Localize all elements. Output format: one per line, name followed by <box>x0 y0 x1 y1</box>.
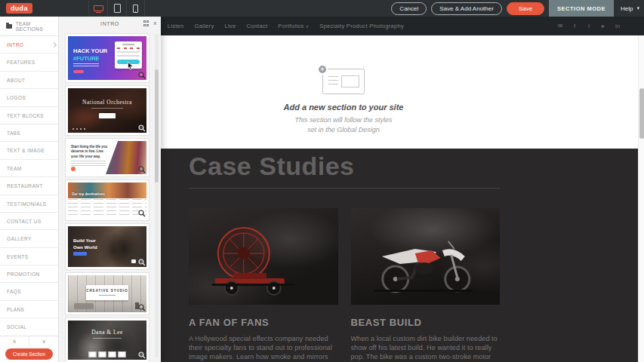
plus-icon: + <box>317 64 328 75</box>
topbar-actions: Cancel Save & Add Another Save SECTION M… <box>391 0 644 17</box>
save-button[interactable]: Save <box>507 2 544 15</box>
nav-item-live[interactable]: Live <box>224 23 236 29</box>
zoom-preview-icon[interactable] <box>138 72 146 79</box>
section-thumbnail-creative-studio[interactable]: CREATIVE STUDIO <box>65 272 149 315</box>
social-dots <box>72 128 74 130</box>
fan-machine-illustration <box>189 208 338 305</box>
sidebar-item-intro[interactable]: INTRO <box>0 36 58 54</box>
duda-logo[interactable]: duda <box>6 3 32 14</box>
sidebar-item-events[interactable]: EVENTS <box>0 248 58 265</box>
placeholder-text-lines <box>328 76 338 87</box>
zoom-preview-icon[interactable] <box>138 259 146 266</box>
sidebar-item-restaurant[interactable]: RESTAURANT <box>0 177 58 195</box>
mobile-icon <box>133 5 138 13</box>
email-icon[interactable]: ✉ <box>556 23 564 29</box>
site-social-icons: ✉ f t ▸ in <box>556 23 644 29</box>
sidebar-item-tabs[interactable]: TABS <box>0 124 58 142</box>
thumb-text-bars <box>71 161 106 167</box>
help-menu[interactable]: Help <box>621 5 633 12</box>
thumbnail-image: Start living the life you deserve to liv… <box>68 141 146 174</box>
panel-card-list: HACK YOUR#FUTURE <box>59 30 161 362</box>
section-thumbnail-start-living[interactable]: Start living the life you deserve to liv… <box>65 138 149 177</box>
desktop-icon <box>94 5 103 11</box>
sidebar-pager: ∧ ∨ <box>0 336 58 346</box>
nav-item-specialty[interactable]: Specialty Product Photography <box>319 23 404 29</box>
add-section-subtitle: This section will follow the styles set … <box>257 115 430 135</box>
tablet-icon <box>114 4 121 13</box>
thumb-text-bar <box>93 338 121 339</box>
section-thumbnail-hack-your-future[interactable]: HACK YOUR#FUTURE <box>65 33 149 83</box>
nav-item-contact[interactable]: Contact <box>246 23 267 29</box>
linkedin-icon[interactable]: in <box>614 23 621 29</box>
section-thumbnail-top-destinations[interactable]: Our top destinations <box>65 179 149 221</box>
nav-item-gallery[interactable]: Gallery <box>195 23 214 29</box>
nav-item-listen[interactable]: Listen <box>168 23 184 29</box>
facebook-icon[interactable]: f <box>571 23 578 29</box>
create-section-area: Create Section <box>0 346 58 362</box>
chat-icon <box>131 259 136 263</box>
sidebar-item-label: INTRO <box>7 42 23 48</box>
sidebar-item-text-blocks[interactable]: TEXT BLOCKS <box>0 107 58 124</box>
sidebar-item-gallery[interactable]: GALLERY <box>0 230 58 247</box>
nav-item-portfolios[interactable]: Portfolios∨ <box>278 23 309 29</box>
page-scrollbar[interactable] <box>638 35 644 362</box>
youtube-icon[interactable]: ▸ <box>599 23 607 29</box>
case-study-heading: BEAST BUILD <box>351 317 501 328</box>
sidebar-item-contact-us[interactable]: CONTACT US <box>0 213 58 230</box>
case-study-heading: A FAN OF FANS <box>189 317 338 328</box>
zoom-preview-icon[interactable] <box>138 124 146 132</box>
sidebar-item-team[interactable]: TEAM <box>0 160 58 177</box>
zoom-preview-icon[interactable] <box>138 304 146 311</box>
zoom-preview-icon[interactable] <box>138 166 146 173</box>
thumbnail-image: Build YourOwn World <box>68 226 146 267</box>
thumb-button-shape <box>99 113 116 118</box>
mouse-cursor-icon <box>128 62 134 70</box>
section-thumbnail-build-your-own-world[interactable]: Build YourOwn World <box>65 223 149 270</box>
zoom-preview-icon[interactable] <box>138 351 146 359</box>
team-sections-label: TEAM SECTIONS <box>16 21 58 32</box>
sidebar-item-text-image[interactable]: TEXT & IMAGE <box>0 142 58 159</box>
twitter-icon[interactable]: t <box>585 23 593 29</box>
panel-scrollbar-thumb[interactable] <box>155 69 159 183</box>
sidebar-item-features[interactable]: FEATURES <box>0 54 58 71</box>
section-thumbnail-dana-and-lee[interactable]: Dana & Lee <box>65 318 149 362</box>
case-studies-container: Case Studies <box>189 149 500 362</box>
thumb-heading: Start living the life you deserve to liv… <box>71 145 110 159</box>
sidebar-item-promotion[interactable]: PROMOTION <box>0 265 58 283</box>
links-table <box>68 199 146 216</box>
add-section-placeholder: + Add a new section to your site This se… <box>257 69 430 135</box>
editor-topbar: duda Cancel Save & Add Another Save SECT… <box>0 0 644 17</box>
sidebar-item-social[interactable]: SOCIAL <box>0 318 58 336</box>
sidebar-item-logos[interactable]: LOGOS <box>0 89 58 106</box>
sidebar-item-faqs[interactable]: FAQS <box>0 283 58 300</box>
chevron-right-icon <box>51 42 57 48</box>
thumb-title: National Orchestra <box>68 99 146 106</box>
tablet-preview-button[interactable] <box>107 0 126 17</box>
mobile-preview-button[interactable] <box>126 0 145 17</box>
page-scrollbar-thumb[interactable] <box>639 88 644 139</box>
close-icon[interactable]: × <box>153 20 157 27</box>
thumb-text-line: #FUTURE <box>73 55 107 63</box>
save-add-another-button[interactable]: Save & Add Another <box>431 2 502 15</box>
sidebar-item-about[interactable]: ABOUT <box>0 72 58 89</box>
thumb-text-bars <box>73 63 99 68</box>
zoom-preview-icon[interactable] <box>138 210 146 217</box>
grid-view-icon[interactable] <box>143 20 149 26</box>
scroll-up-button[interactable]: ∧ <box>0 336 29 346</box>
panel-header: INTRO × <box>59 17 161 30</box>
section-thumbnail-national-orchestra[interactable]: National Orchestra <box>65 85 149 136</box>
countdown-boxes <box>89 351 126 357</box>
case-study-beast: BEAST BUILD When a local custom dirt bik… <box>351 208 501 362</box>
section-placeholder-icon: + <box>322 69 365 94</box>
add-section-subtitle-line1: This section will follow the styles <box>257 115 430 125</box>
cancel-button[interactable]: Cancel <box>391 2 427 15</box>
sidebar-item-testimonials[interactable]: TESTIMONIALS <box>0 195 58 213</box>
create-section-button[interactable]: Create Section <box>5 348 53 360</box>
desktop-preview-button[interactable] <box>88 0 107 17</box>
thumb-button-shape <box>71 167 75 171</box>
team-sections-header: TEAM SECTIONS <box>0 17 58 36</box>
sidebar-item-plans[interactable]: PLANS <box>0 301 58 318</box>
scroll-down-button[interactable]: ∨ <box>29 336 58 346</box>
chevron-down-icon[interactable]: ▾ <box>636 5 639 11</box>
thumbnail-image: Dana & Lee <box>68 321 146 360</box>
